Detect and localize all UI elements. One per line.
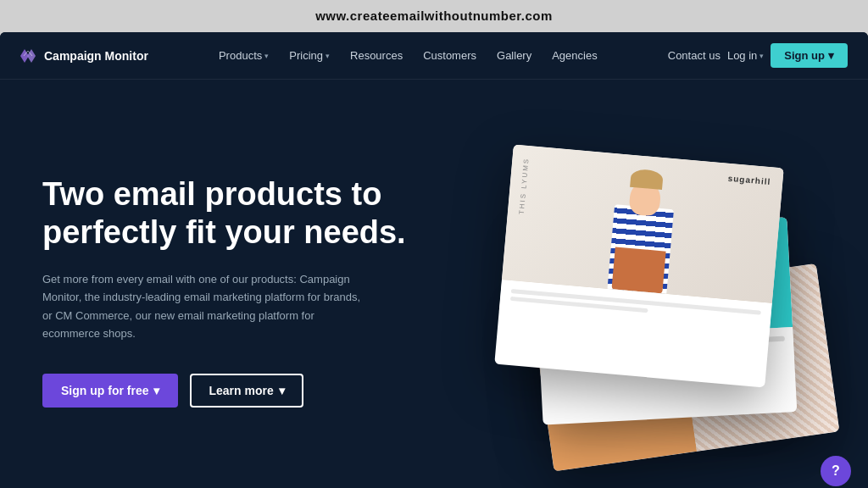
hero-buttons: Sign up for free ▾ Learn more ▾	[42, 374, 415, 408]
hero-section: Two email products to perfectly fit your…	[0, 80, 868, 488]
logo-icon	[20, 49, 39, 63]
top-bar: www.createemailwithoutnumber.com	[0, 0, 868, 32]
login-chevron-icon: ▾	[760, 52, 764, 60]
signup-free-button[interactable]: Sign up for free ▾	[42, 374, 178, 408]
hero-content: Two email products to perfectly fit your…	[42, 175, 415, 407]
hero-subtitle: Get more from every email with one of ou…	[42, 270, 364, 343]
signup-chevron-icon: ▾	[828, 49, 834, 62]
logo-area[interactable]: Campaign Monitor	[20, 49, 148, 63]
browser-window: Campaign Monitor Products ▾ Pricing ▾ Re…	[0, 32, 868, 488]
nav-center: Products ▾ Pricing ▾ Resources Customers…	[209, 32, 608, 80]
contact-link[interactable]: Contact us	[668, 49, 721, 62]
primary-chevron-icon: ▾	[153, 384, 159, 397]
brand-label: sugarhill	[727, 174, 771, 186]
navbar: Campaign Monitor Products ▾ Pricing ▾ Re…	[0, 32, 868, 80]
logo-text: Campaign Monitor	[44, 49, 148, 63]
nav-resources[interactable]: Resources	[340, 32, 413, 80]
nav-products[interactable]: Products ▾	[209, 32, 279, 80]
hero-illustration: COFFEE ★ range RANGE	[470, 130, 826, 452]
help-button[interactable]: ?	[821, 456, 851, 486]
secondary-chevron-icon: ▾	[279, 384, 285, 397]
hero-title: Two email products to perfectly fit your…	[42, 175, 415, 252]
learn-more-button[interactable]: Learn more ▾	[190, 374, 303, 408]
email-card-front: sugarhill THIS LYUMS	[494, 145, 783, 388]
nav-customers[interactable]: Customers	[413, 32, 487, 80]
products-chevron-icon: ▾	[264, 52, 269, 60]
nav-pricing[interactable]: Pricing ▾	[279, 32, 340, 80]
pricing-chevron-icon: ▾	[326, 52, 330, 60]
signup-button[interactable]: Sign up ▾	[771, 43, 848, 68]
url-display: www.createemailwithoutnumber.com	[315, 8, 553, 23]
nav-right: Contact us Log in ▾ Sign up ▾	[668, 43, 848, 68]
login-button[interactable]: Log in ▾	[727, 49, 764, 62]
nav-gallery[interactable]: Gallery	[487, 32, 542, 80]
nav-agencies[interactable]: Agencies	[542, 32, 607, 80]
